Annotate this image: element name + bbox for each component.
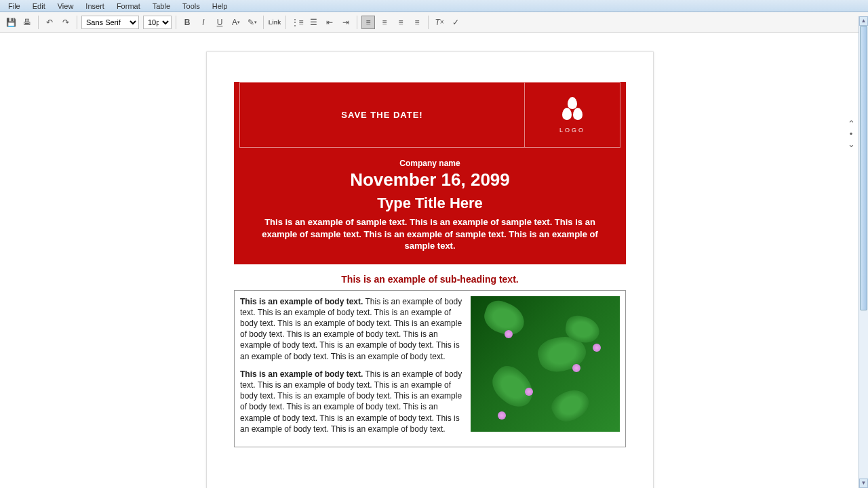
sample-text[interactable]: This is an example of sample text. This …: [248, 216, 612, 252]
page-marker-icon[interactable]: •: [846, 129, 856, 139]
separator: [285, 16, 286, 29]
vertical-scrollbar[interactable]: ▲ ▼: [859, 16, 868, 488]
font-size-select[interactable]: 10pt: [143, 16, 172, 29]
save-the-date-cell[interactable]: SAVE THE DATE!: [240, 83, 525, 147]
info-block[interactable]: Company name November 16, 2099 Type Titl…: [234, 153, 626, 264]
page-down-caret-icon[interactable]: ⌄: [846, 139, 856, 149]
redo-icon[interactable]: ↷: [59, 16, 73, 29]
sub-heading[interactable]: This is an example of sub-heading text.: [234, 274, 626, 285]
header-block: SAVE THE DATE! LOGO Company name Novembe…: [234, 82, 626, 264]
menu-tools[interactable]: Tools: [177, 1, 205, 11]
outdent-icon[interactable]: ⇤: [323, 16, 336, 29]
document-workspace[interactable]: SAVE THE DATE! LOGO Company name Novembe…: [0, 33, 859, 488]
link-button[interactable]: Link: [268, 16, 281, 29]
align-justify-icon[interactable]: ≡: [410, 16, 424, 29]
align-center-icon[interactable]: ≡: [378, 16, 391, 29]
event-date[interactable]: November 16, 2099: [248, 169, 612, 190]
separator: [77, 16, 77, 29]
image-placeholder[interactable]: [471, 296, 620, 432]
separator: [428, 16, 429, 29]
save-icon[interactable]: 💾: [4, 16, 18, 29]
scroll-thumb[interactable]: [860, 26, 867, 310]
text-color-button[interactable]: A▾: [229, 16, 243, 29]
menu-view[interactable]: View: [52, 1, 79, 11]
spellcheck-icon[interactable]: ✓: [449, 16, 462, 29]
separator: [38, 16, 39, 29]
menu-bar: File Edit View Insert Format Table Tools…: [0, 0, 868, 12]
toolbar: 💾 🖶 ↶ ↷ Sans Serif 10pt B I U A▾ ✎▾ Link…: [0, 12, 868, 33]
print-icon[interactable]: 🖶: [20, 16, 34, 29]
italic-button[interactable]: I: [197, 16, 210, 29]
highlight-button[interactable]: ✎▾: [245, 16, 259, 29]
separator: [357, 16, 357, 29]
bold-button[interactable]: B: [180, 16, 194, 29]
menu-insert[interactable]: Insert: [80, 1, 110, 11]
menu-file[interactable]: File: [3, 1, 26, 11]
underline-button[interactable]: U: [213, 16, 226, 29]
header-row: SAVE THE DATE! LOGO: [239, 82, 620, 148]
clear-format-icon[interactable]: T×: [433, 16, 446, 29]
logo-text: LOGO: [559, 127, 585, 134]
separator: [263, 16, 264, 29]
logo-icon: [562, 97, 583, 120]
scroll-up-button[interactable]: ▲: [859, 16, 868, 26]
event-title[interactable]: Type Title Here: [248, 195, 612, 212]
body-text-column[interactable]: This is an example of body text. This is…: [240, 296, 462, 441]
logo-cell[interactable]: LOGO: [525, 83, 620, 147]
align-right-icon[interactable]: ≡: [394, 16, 408, 29]
menu-edit[interactable]: Edit: [27, 1, 51, 11]
numbered-list-icon[interactable]: ⋮≡: [290, 16, 304, 29]
page[interactable]: SAVE THE DATE! LOGO Company name Novembe…: [206, 52, 654, 488]
bulleted-list-icon[interactable]: ☰: [307, 16, 320, 29]
undo-icon[interactable]: ↶: [43, 16, 56, 29]
page-up-caret-icon[interactable]: ⌃: [846, 119, 856, 129]
company-name[interactable]: Company name: [248, 159, 612, 168]
menu-format[interactable]: Format: [111, 1, 146, 11]
separator: [176, 16, 176, 29]
body-section: This is an example of body text. This is…: [234, 290, 626, 447]
menu-help[interactable]: Help: [207, 1, 233, 11]
align-left-icon[interactable]: ≡: [361, 16, 375, 29]
menu-table[interactable]: Table: [147, 1, 176, 11]
font-family-select[interactable]: Sans Serif: [81, 16, 139, 29]
indent-icon[interactable]: ⇥: [339, 16, 353, 29]
scroll-down-button[interactable]: ▼: [859, 479, 868, 488]
